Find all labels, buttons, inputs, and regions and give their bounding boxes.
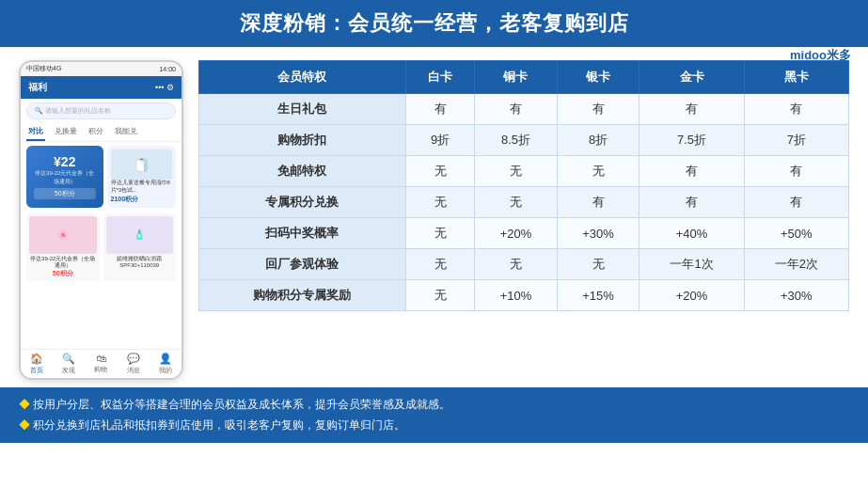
table-row: 免邮特权无无无有有 [199, 156, 849, 187]
value-cell: 无 [557, 156, 639, 187]
feature-cell: 专属积分兑换 [199, 187, 406, 218]
table-row: 生日礼包有有有有有 [199, 94, 849, 125]
svg-line-2 [817, 30, 823, 38]
phone-coupon-1[interactable]: ¥22 停达39-22元代金券（全场通用） 50积分 [26, 146, 103, 208]
col-header-silver: 银卡 [557, 61, 639, 94]
value-cell: +20% [475, 218, 558, 249]
phone-tabs: 对比 兑换量 积分 我能兑 [21, 123, 181, 142]
coupon2-img: 🧻 [111, 150, 173, 180]
main-content: 中国移动4G 14:00 福利 ••• ⚙ 🔍 请输入想要的礼品名称 对比 兑换… [0, 47, 868, 380]
coupon-points: 50积分 [34, 188, 96, 199]
table-row: 扫码中奖概率无+20%+30%+40%+50% [199, 218, 849, 249]
table-row: 专属积分兑换无无有有有 [199, 187, 849, 218]
phone-product-2[interactable]: 🧴 妮维雅防晒白润霜 SPF30+110039 [103, 213, 177, 281]
value-cell: 8.5折 [475, 125, 558, 156]
home-icon: 🏠 [30, 353, 43, 365]
bottom-nav-discover[interactable]: 🔍 发现 [62, 353, 75, 375]
coupon-amount: ¥22 [34, 154, 96, 169]
value-cell: +30% [557, 218, 639, 249]
product-1-image: 🌸 [29, 216, 97, 254]
product-2-image: 🧴 [106, 216, 174, 254]
phone-tab-points[interactable]: 积分 [87, 123, 105, 141]
svg-line-4 [817, 23, 823, 26]
value-cell: 7折 [744, 125, 848, 156]
value-cell: +50% [744, 218, 848, 249]
phone-tab-available[interactable]: 我能兑 [113, 123, 139, 141]
phone-product-row: 🌸 停达39-22元代金券（全场通用） 50积分 🧴 妮维雅防晒白润霜 SPF3… [21, 212, 181, 283]
value-cell: 有 [475, 94, 558, 125]
value-cell: 有 [639, 94, 744, 125]
value-cell: +20% [639, 280, 744, 311]
bottom-home-label: 首页 [30, 366, 43, 375]
shop-icon: 🛍 [96, 353, 106, 364]
value-cell: 一年1次 [639, 249, 744, 280]
value-cell: 无 [405, 218, 474, 249]
feature-cell: 购物积分专属奖励 [199, 280, 406, 311]
discover-icon: 🔍 [62, 353, 75, 365]
coupon2-points: 2100积分 [111, 195, 173, 204]
value-cell: 有 [744, 94, 848, 125]
coupon-desc: 停达39-22元代金券（全场通用） [34, 169, 96, 186]
footer: 按用户分层、权益分等搭建合理的会员权益及成长体系，提升会员荣誉感及成就感。 积分… [0, 387, 868, 443]
logo-icon [802, 8, 840, 45]
phone-nav-icons: ••• ⚙ [155, 83, 174, 92]
col-header-gold: 金卡 [639, 61, 744, 94]
phone-tab-compare[interactable]: 对比 [26, 123, 45, 141]
feature-cell: 购物折扣 [199, 125, 406, 156]
col-header-white: 白卡 [405, 61, 474, 94]
bottom-nav-mine[interactable]: 👤 我的 [159, 353, 172, 375]
phone-tab-exchange[interactable]: 兑换量 [53, 123, 79, 141]
phone-nav-title: 福利 [28, 81, 47, 94]
carrier-text: 中国移动4G [26, 64, 61, 73]
member-table: 会员特权 白卡 铜卡 银卡 金卡 黑卡 生日礼包有有有有有购物折扣9折8.5折8… [198, 60, 849, 311]
feature-cell: 免邮特权 [199, 156, 406, 187]
time-text: 14:00 [159, 66, 176, 72]
phone-coupon-2[interactable]: 🧻 停达儿童送餐专用湿巾8片*3包试... 2100积分 [107, 146, 177, 208]
table-row: 回厂参观体验无无无一年1次一年2次 [199, 249, 849, 280]
phone-product-1[interactable]: 🌸 停达39-22元代金券（全场通用） 50积分 [26, 213, 100, 281]
value-cell: 无 [475, 187, 558, 218]
bottom-nav-message[interactable]: 💬 消息 [127, 353, 140, 375]
feature-cell: 扫码中奖概率 [199, 218, 406, 249]
footer-line-2: 积分兑换到店礼品和抵扣券到店使用，吸引老客户复购，复购订单归门店。 [19, 416, 849, 436]
bottom-shop-label: 购物 [94, 365, 107, 374]
table-row: 购物积分专属奖励无+10%+15%+20%+30% [199, 280, 849, 311]
value-cell: 7.5折 [639, 125, 744, 156]
value-cell: +30% [744, 280, 848, 311]
bottom-nav-shop[interactable]: 🛍 购物 [94, 353, 107, 375]
bottom-message-label: 消息 [127, 366, 140, 375]
coupon2-desc: 停达儿童送餐专用湿巾8片*3包试... [111, 180, 173, 195]
value-cell: 有 [744, 156, 848, 187]
phone-nav-bar: 福利 ••• ⚙ [21, 76, 181, 99]
value-cell: +15% [557, 280, 639, 311]
svg-point-0 [823, 11, 830, 19]
logo-text: midoo米多 [790, 47, 851, 64]
logo-area: midoo米多 [790, 8, 851, 64]
value-cell: 有 [639, 156, 744, 187]
feature-cell: 生日礼包 [199, 94, 406, 125]
phone-bottom-nav: 🏠 首页 🔍 发现 🛍 购物 💬 消息 👤 我的 [21, 349, 181, 378]
value-cell: 有 [744, 187, 848, 218]
value-cell: 无 [475, 249, 558, 280]
header: 深度粉销：会员统一经营，老客复购到店 [0, 0, 868, 47]
bottom-mine-label: 我的 [159, 366, 172, 375]
phone-coupon-row: ¥22 停达39-22元代金券（全场通用） 50积分 🧻 停达儿童送餐专用湿巾8… [21, 142, 181, 212]
product-2-name: 妮维雅防晒白润霜 SPF30+110039 [106, 256, 174, 269]
bottom-discover-label: 发现 [62, 366, 75, 375]
value-cell: 有 [405, 94, 474, 125]
value-cell: 无 [405, 249, 474, 280]
col-header-black: 黑卡 [744, 61, 848, 94]
value-cell: 有 [557, 94, 639, 125]
value-cell: 无 [557, 249, 639, 280]
value-cell: 无 [405, 280, 474, 311]
mine-icon: 👤 [159, 353, 172, 365]
search-icon: 🔍 [35, 107, 43, 114]
phone-search-bar[interactable]: 🔍 请输入想要的礼品名称 [26, 102, 176, 119]
bottom-nav-home[interactable]: 🏠 首页 [30, 353, 43, 375]
product-1-name: 停达39-22元代金券（全场通用） [29, 256, 97, 269]
value-cell: 无 [475, 156, 558, 187]
value-cell: 8折 [557, 125, 639, 156]
value-cell: +40% [639, 218, 744, 249]
page-title: 深度粉销：会员统一经营，老客复购到店 [240, 11, 629, 35]
svg-line-3 [823, 30, 829, 38]
